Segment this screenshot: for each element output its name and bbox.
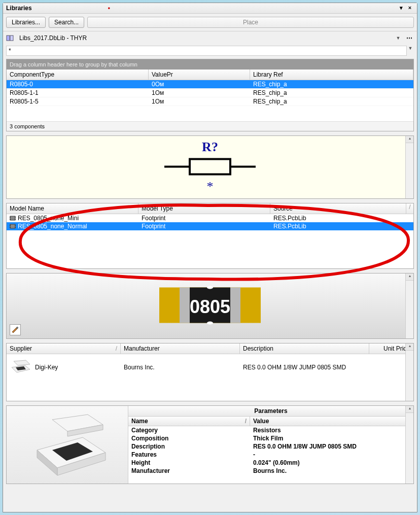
footprint-icon <box>10 223 16 229</box>
designator-text: R? <box>202 139 218 154</box>
libraries-button[interactable]: Libraries... <box>6 17 46 28</box>
preview-scrollbar[interactable]: ▴ <box>405 273 413 338</box>
pin-icon[interactable]: ▾ <box>397 5 405 12</box>
scroll-up-icon[interactable]: ▴ <box>406 273 413 281</box>
svg-rect-0 <box>7 36 10 41</box>
col-supplier[interactable]: Supplier / <box>7 344 121 354</box>
library-selector-row: Libs_2017.DbLib - THYR ▼ ⋯ <box>3 31 417 45</box>
models-grid: Model Name Model Type Source / RES_0805_… <box>6 203 414 269</box>
manufacturer-name: Bourns Inc. <box>121 364 240 371</box>
svg-rect-14 <box>15 227 16 228</box>
library-dropdown[interactable]: Libs_2017.DbLib - THYR <box>17 33 392 43</box>
titlebar: Libraries • ▾ × <box>3 3 417 14</box>
chevron-down-icon[interactable]: ▼ <box>407 46 414 56</box>
parameters-header: Name / Value <box>128 417 413 426</box>
component-icon <box>10 359 32 375</box>
supplier-name: Digi-Key <box>35 364 58 371</box>
col-param-value[interactable]: Value <box>250 417 413 426</box>
svg-rect-6 <box>10 217 11 218</box>
parameters-panel: Parameters Name / Value CategoryResistor… <box>6 405 414 484</box>
svg-point-21 <box>207 322 213 325</box>
table-row[interactable]: CategoryResistors <box>128 426 413 434</box>
table-row[interactable]: Height0.024" (0.60mm) <box>128 459 413 467</box>
configure-icon[interactable] <box>10 324 21 335</box>
table-row[interactable]: Features- <box>128 451 413 459</box>
place-button[interactable]: Place <box>87 17 414 28</box>
table-row[interactable]: DescriptionRES 0.0 OHM 1/8W JUMP 0805 SM… <box>128 442 413 451</box>
schematic-symbol: R? * <box>154 139 266 196</box>
table-row[interactable]: ManufacturerBourns Inc. <box>128 467 413 475</box>
parameters-3d-preview[interactable] <box>7 406 128 484</box>
svg-rect-5 <box>10 216 15 220</box>
supplier-scrollbar[interactable]: ▴ <box>405 344 413 401</box>
scroll-up-icon[interactable]: ▴ <box>406 136 413 143</box>
filter-input[interactable]: * <box>6 46 407 56</box>
scroll-up-icon[interactable]: ▴ <box>406 406 413 413</box>
footprint-icon <box>10 215 16 221</box>
svg-rect-12 <box>10 227 11 228</box>
svg-rect-1 <box>10 36 13 41</box>
svg-rect-10 <box>10 224 15 228</box>
modified-indicator: • <box>108 5 110 12</box>
panel-title: Libraries <box>6 5 32 12</box>
table-row[interactable]: R0805-1-5 1Ом RES_chip_a <box>7 97 413 106</box>
svg-rect-3 <box>190 159 230 174</box>
table-row[interactable]: RES_0805_none_Mini Footprint RES.PcbLib <box>7 214 413 222</box>
close-icon[interactable]: × <box>406 5 414 12</box>
footprint-preview[interactable]: 0805 ▴ <box>6 273 414 339</box>
supplier-grid-header: Supplier / Manufacturer Description Unit… <box>7 344 413 354</box>
col-manufacturer[interactable]: Manufacturer <box>121 344 240 354</box>
col-description[interactable]: Description <box>240 344 369 354</box>
preview-scrollbar[interactable]: ▴ <box>405 136 413 198</box>
libraries-panel: Libraries • ▾ × Libraries... Search... P… <box>3 3 417 512</box>
table-row[interactable]: CompositionThick Film <box>128 434 413 442</box>
svg-rect-17 <box>230 288 240 323</box>
col-source[interactable]: Source <box>270 203 406 214</box>
col-modeltype[interactable]: Model Type <box>138 203 270 214</box>
sort-indicator: / <box>406 203 413 214</box>
svg-rect-8 <box>15 217 16 218</box>
svg-rect-13 <box>15 225 16 226</box>
svg-point-20 <box>207 286 213 289</box>
parameters-body: CategoryResistors CompositionThick Film … <box>128 426 413 484</box>
models-grid-header: Model Name Model Type Source / <box>7 203 413 214</box>
components-grid-header: ComponentType ValuePr Library Ref <box>7 70 413 80</box>
svg-text:0805: 0805 <box>190 296 230 317</box>
supplier-description: RES 0.0 OHM 1/8W JUMP 0805 SMD <box>240 364 369 371</box>
library-icon <box>6 35 14 42</box>
models-grid-body: RES_0805_none_Mini Footprint RES.PcbLib … <box>7 214 413 230</box>
svg-rect-9 <box>15 219 16 220</box>
table-row[interactable]: R0805-1-1 1Ом RES_chip_a <box>7 89 413 97</box>
components-count: 3 components <box>7 121 413 131</box>
scroll-up-icon[interactable]: ▴ <box>406 344 413 351</box>
svg-rect-16 <box>180 288 190 323</box>
library-settings-button[interactable]: ⋯ <box>405 35 414 42</box>
svg-rect-11 <box>10 225 11 226</box>
col-componenttype[interactable]: ComponentType <box>7 70 149 80</box>
comment-text: * <box>207 179 214 193</box>
components-grid-body: R0805-0 0Ом RES_chip_a R0805-1-1 1Ом RES… <box>7 80 413 121</box>
group-by-hint[interactable]: Drag a column header here to group by th… <box>7 59 413 70</box>
model-name: RES_0805_none_Normal <box>18 223 87 230</box>
table-row[interactable]: RES_0805_none_Normal Footprint RES.PcbLi… <box>7 222 413 230</box>
toolbar: Libraries... Search... Place <box>3 14 417 31</box>
parameters-scrollbar[interactable]: ▴ <box>405 406 413 484</box>
supplier-grid: Supplier / Manufacturer Description Unit… <box>6 343 414 401</box>
col-libraryref[interactable]: Library Ref <box>250 70 413 80</box>
col-modelname[interactable]: Model Name <box>7 203 138 214</box>
search-button[interactable]: Search... <box>49 17 84 28</box>
schematic-preview[interactable]: R? * ▴ <box>6 135 414 199</box>
col-valuepr[interactable]: ValuePr <box>149 70 250 80</box>
footprint-3d: 0805 <box>157 283 263 330</box>
model-name: RES_0805_none_Mini <box>18 215 79 222</box>
filter-row: * ▼ <box>3 45 417 57</box>
svg-rect-7 <box>10 219 11 220</box>
table-row[interactable]: Digi-Key Bourns Inc. RES 0.0 OHM 1/8W JU… <box>7 354 413 381</box>
table-row[interactable]: R0805-0 0Ом RES_chip_a <box>7 80 413 89</box>
col-param-name[interactable]: Name / <box>128 417 250 426</box>
svg-marker-22 <box>14 360 30 365</box>
chevron-down-icon[interactable]: ▼ <box>395 36 402 41</box>
parameters-title: Parameters <box>128 406 413 417</box>
components-grid: Drag a column header here to group by th… <box>6 59 414 131</box>
